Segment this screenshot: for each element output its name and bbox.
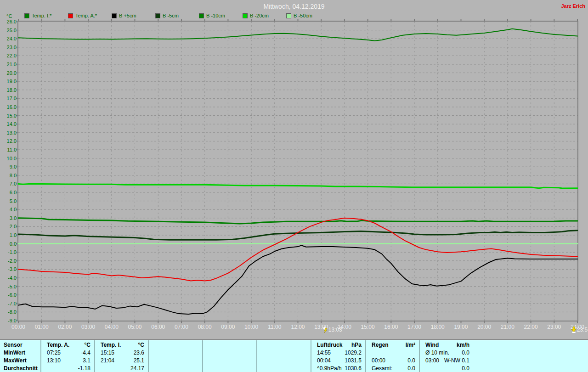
time-marker: 23:5 [571,327,588,333]
series-b-10cm [18,218,577,224]
chart-plot-area[interactable] [17,21,578,321]
y-tick-label: 20.0 [1,70,17,76]
legend-item-label: Temp. A.* [75,13,97,18]
legend-swatch-icon [155,13,160,18]
table-cell: 25.1 [134,357,144,364]
legend-item-b-50cm: B -50cm [286,13,312,18]
storm-marker-icon [322,327,328,333]
table-cell: 1030.6 [345,365,362,372]
y-tick-label: 14.0 [1,121,17,127]
table-cell: Temp. A. [47,342,69,348]
y-tick-label: -1.0 [1,249,17,255]
legend-item-label: B +5cm [119,13,136,18]
y-tick-label: 0.0 [1,241,17,247]
x-tick-label: 21:00 [501,324,514,330]
y-tick-label: -2.0 [1,258,17,264]
y-tick-label: 9.0 [1,164,17,169]
x-tick-label: 08:00 [198,324,212,330]
x-tick-label: 04:00 [105,324,119,330]
table-section-empty-2 [202,340,257,372]
table-cell: Temp. I. [101,342,121,348]
y-tick-label: -3.0 [1,266,17,272]
y-tick-label: 4.0 [1,207,17,212]
table-cell: 1031.5 [345,357,362,364]
table-row-label: Durchschnitt [4,365,38,372]
y-tick-label: 23.0 [1,45,17,50]
table-cell: -4.4 [81,349,90,356]
x-tick-label: 00:00 [11,324,25,330]
x-tick-label: 05:00 [128,324,142,330]
y-tick-label: 13.0 [1,130,17,135]
y-tick-label: 5.0 [1,198,17,204]
y-tick-label: 2.0 [1,224,17,229]
table-section-empty-3 [256,340,311,372]
series-temp-i [18,29,577,41]
time-marker: 13:03 [322,327,342,333]
weather-logger-window: Mittwoch, 04.12.2019 Jarz Erich °C Temp.… [0,0,588,372]
legend-swatch-icon [112,13,117,18]
legend-item-label: B -10cm [206,13,225,18]
legend-item-b-20cm: B -20cm [243,13,269,18]
table-section-temp-a: Temp. A.°C07:25-4.413:103.1-1.18 [40,340,95,372]
table-cell: 21:04 [101,357,114,364]
table-section-wind: Windkm/hØ 10 min.0.003:00W-NW 0.10.0 [419,340,474,372]
table-cell: 00:04 [317,357,331,364]
x-tick-label: 16:00 [384,324,398,330]
table-section-temp-i: Temp. I.°C15:1523.621:0425.124.17 [94,340,149,372]
y-tick-label: 16.0 [1,104,17,110]
legend-item-label: Temp. I.* [32,13,51,18]
stats-table: SensorMinWertMaxWertDurchschnittTemp. A.… [0,340,588,372]
legend-item-label: B -5cm [163,13,179,18]
table-cell: 0.0 [407,365,415,372]
arrow-marker-icon [571,327,577,333]
table-cell: 07:25 [47,349,61,356]
table-cell: -1.18 [78,365,90,372]
x-tick-label: 10:00 [244,324,258,330]
table-cell: hPa [351,342,362,348]
table-cell: °C [85,342,90,348]
table-row-label: MaxWert [4,357,27,364]
legend-item-label: B -50cm [294,13,312,18]
x-tick-label: 09:00 [221,324,235,330]
x-tick-label: 12:00 [291,324,305,330]
y-tick-label: -6.0 [1,292,17,298]
x-tick-label: 15:00 [361,324,375,330]
x-tick-label: 18:00 [431,324,445,330]
x-tick-label: 19:00 [454,324,468,330]
y-tick-label: -5.0 [1,284,17,289]
x-tick-label: 23:00 [547,324,561,330]
table-cell: Regen [372,342,389,348]
y-tick-label: 25.0 [1,28,17,33]
legend-swatch-icon [243,13,248,18]
table-cell: ^0.9hPa/h [317,365,342,372]
y-tick-label: -8.0 [1,309,17,315]
y-tick-label: 15.0 [1,113,17,118]
y-axis-unit-label: °C [6,13,12,19]
chart-canvas [18,22,577,321]
y-tick-label: 1.0 [1,232,17,238]
table-cell: 3.1 [83,357,90,364]
table-row-label: Sensor [4,342,23,348]
y-tick-label: 11.0 [1,147,17,152]
table-section-regen: Regenl/m²00:000.0Gesamt:0.0 [365,340,420,372]
x-tick-label: 03:00 [81,324,95,330]
y-tick-label: 21.0 [1,62,17,67]
table-cell: 15:15 [101,349,114,356]
y-tick-label: 19.0 [1,79,17,84]
table-cell: 24.17 [130,365,144,372]
time-marker-label: 23:5 [577,327,588,333]
table-cell: °C [138,342,144,348]
table-cell: Gesamt: [372,365,392,372]
table-cell: l/m² [406,342,415,348]
y-tick-label: -7.0 [1,301,17,306]
user-name-label: Jarz Erich [561,3,585,9]
table-cell: 1029.2 [345,349,362,356]
table-cell: 03:00 [425,357,439,364]
legend-item-b-10cm: B -10cm [199,13,225,18]
table-cell: 23.6 [134,349,144,356]
table-row-label: MinWert [4,349,25,356]
table-cell: 0.0 [462,349,469,356]
table-cell: Luftdruck [317,342,342,348]
y-tick-label: 24.0 [1,36,17,41]
y-tick-label: 8.0 [1,173,17,178]
